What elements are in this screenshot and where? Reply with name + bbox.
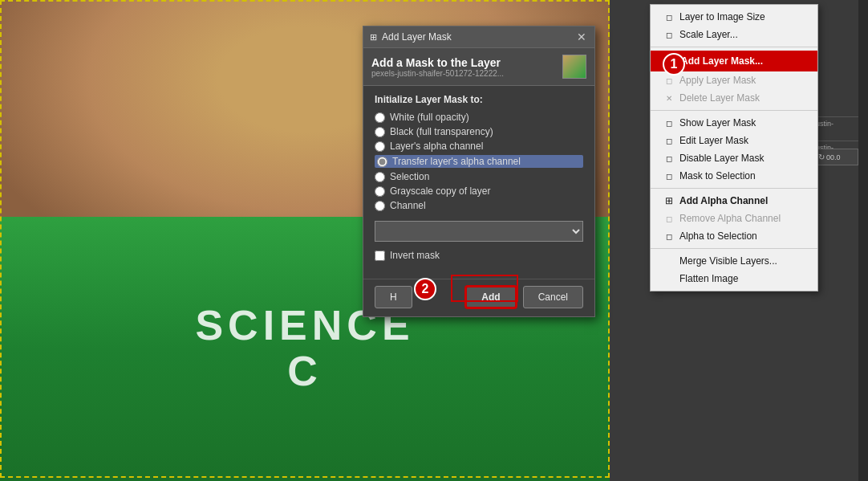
dialog-header-title: Add a Mask to the Layer (371, 56, 504, 69)
menu-item-edit-layer-mask[interactable]: ◻ Edit Layer Mask (651, 132, 817, 149)
menu-item-mask-to-selection[interactable]: ◻ Mask to Selection (651, 167, 817, 185)
menu-item-remove-alpha-channel[interactable]: ◻ Remove Alpha Channel (651, 210, 817, 227)
context-menu: ◻ Layer to Image Size ◻ Scale Layer... ◻… (650, 4, 818, 291)
edit-layer-mask-icon: ◻ (663, 135, 675, 146)
merge-visible-icon (663, 255, 675, 267)
menu-label-flatten-image: Flatten Image (679, 273, 738, 284)
dialog-titlebar: ⊞ Add Layer Mask ✕ (363, 26, 594, 48)
radio-selection[interactable]: Selection (375, 171, 583, 182)
radio-grayscale-input[interactable] (375, 186, 385, 197)
radio-black-input[interactable] (375, 127, 385, 137)
radio-selection-input[interactable] (375, 172, 385, 182)
separator-4 (651, 248, 817, 249)
invert-row: Invert mask (375, 250, 583, 261)
remove-alpha-channel-icon: ◻ (663, 213, 675, 224)
invert-mask-checkbox[interactable] (375, 251, 385, 261)
show-layer-mask-icon: ◻ (663, 117, 675, 128)
dialog-header: Add a Mask to the Layer pexels-justin-sh… (363, 48, 594, 86)
scrollbar[interactable] (858, 0, 868, 481)
help-button[interactable]: H (375, 286, 412, 308)
radio-channel[interactable]: Channel (375, 200, 583, 211)
badge-1-label: 1 (671, 57, 678, 71)
add-button[interactable]: Add (465, 286, 516, 308)
menu-label-merge-visible: Merge Visible Layers... (679, 255, 777, 267)
rotate-control: ↻ 00.0 (814, 149, 858, 165)
menu-label-disable-layer-mask: Disable Layer Mask (679, 153, 764, 164)
dialog-header-info: Add a Mask to the Layer pexels-justin-sh… (371, 56, 504, 78)
invert-mask-label: Invert mask (390, 250, 440, 261)
help-button-label: H (390, 291, 397, 303)
dialog-title-area: ⊞ Add Layer Mask (370, 31, 452, 43)
menu-label-scale-layer: Scale Layer... (679, 29, 738, 40)
menu-label-delete-layer-mask: Delete Layer Mask (679, 92, 760, 104)
layer-to-image-size-icon: ◻ (663, 11, 675, 22)
radio-alpha-channel-input[interactable] (375, 141, 385, 152)
radio-black[interactable]: Black (full transparency) (375, 126, 583, 137)
radio-channel-label: Channel (390, 200, 426, 211)
radio-transfer-alpha-label: Transfer layer's alpha channel (392, 156, 521, 167)
radio-transfer-alpha-input[interactable] (377, 157, 387, 167)
alpha-to-selection-icon: ◻ (663, 230, 675, 242)
menu-label-mask-to-selection: Mask to Selection (679, 170, 756, 181)
badge-2-label: 2 (422, 282, 429, 296)
radio-transfer-alpha[interactable]: Transfer layer's alpha channel (375, 155, 583, 168)
menu-label-show-layer-mask: Show Layer Mask (679, 117, 756, 128)
menu-label-remove-alpha-channel: Remove Alpha Channel (679, 213, 781, 224)
radio-alpha-channel-label: Layer's alpha channel (390, 141, 483, 152)
dialog-section-label: Initialize Layer Mask to: (375, 94, 583, 105)
add-alpha-channel-icon: ⊞ (663, 195, 675, 206)
radio-selection-label: Selection (390, 171, 429, 182)
menu-item-merge-visible[interactable]: Merge Visible Layers... (651, 252, 817, 270)
dialog-footer: H Add Cancel (363, 279, 594, 316)
badge-1: 1 (663, 53, 685, 75)
radio-white[interactable]: White (full opacity) (375, 112, 583, 123)
menu-label-alpha-to-selection: Alpha to Selection (679, 230, 757, 242)
apply-layer-mask-icon: ◻ (663, 75, 675, 86)
radio-white-input[interactable] (375, 112, 385, 123)
radio-black-label: Black (full transparency) (390, 126, 493, 137)
dialog-title-text: Add Layer Mask (382, 31, 452, 43)
disable-layer-mask-icon: ◻ (663, 153, 675, 164)
radio-grayscale-label: Grayscale copy of layer (390, 185, 490, 197)
menu-item-scale-layer[interactable]: ◻ Scale Layer... (651, 26, 817, 43)
flatten-image-icon (663, 273, 675, 284)
menu-label-apply-layer-mask: Apply Layer Mask (679, 75, 756, 86)
menu-item-flatten-image[interactable]: Flatten Image (651, 270, 817, 287)
menu-item-layer-to-image-size[interactable]: ◻ Layer to Image Size (651, 8, 817, 26)
rotate-icon: ↻ (818, 153, 825, 161)
menu-item-delete-layer-mask[interactable]: ✕ Delete Layer Mask (651, 89, 817, 107)
dialog-close-button[interactable]: ✕ (575, 31, 588, 43)
scale-layer-icon: ◻ (663, 29, 675, 40)
dialog-layer-thumbnail (562, 55, 586, 79)
cancel-button[interactable]: Cancel (523, 286, 583, 308)
separator-1 (651, 47, 817, 47)
mask-to-selection-icon: ◻ (663, 170, 675, 181)
menu-label-add-alpha-channel: Add Alpha Channel (679, 195, 768, 206)
radio-channel-input[interactable] (375, 201, 385, 211)
add-button-label: Add (481, 291, 500, 303)
dialog-title-icon: ⊞ (370, 32, 377, 43)
separator-2 (651, 110, 817, 111)
separator-3 (651, 188, 817, 189)
radio-alpha-channel[interactable]: Layer's alpha channel (375, 141, 583, 152)
menu-item-disable-layer-mask[interactable]: ◻ Disable Layer Mask (651, 149, 817, 167)
menu-item-add-alpha-channel[interactable]: ⊞ Add Alpha Channel (651, 192, 817, 210)
badge-2: 2 (414, 278, 436, 300)
add-layer-mask-dialog: ⊞ Add Layer Mask ✕ Add a Mask to the Lay… (363, 26, 595, 317)
delete-layer-mask-icon: ✕ (663, 92, 675, 104)
menu-item-alpha-to-selection[interactable]: ◻ Alpha to Selection (651, 227, 817, 245)
dialog-body: Initialize Layer Mask to: White (full op… (363, 86, 594, 279)
menu-label-add-layer-mask: Add Layer Mask... (681, 55, 763, 67)
menu-label-edit-layer-mask: Edit Layer Mask (679, 135, 748, 146)
menu-item-show-layer-mask[interactable]: ◻ Show Layer Mask (651, 114, 817, 132)
radio-white-label: White (full opacity) (390, 112, 469, 123)
radio-grayscale[interactable]: Grayscale copy of layer (375, 185, 583, 197)
menu-label-layer-to-image-size: Layer to Image Size (679, 11, 765, 22)
dialog-header-subtitle: pexels-justin-shaifer-501272-12222... (371, 69, 504, 78)
angle-value: 00.0 (826, 153, 841, 161)
cancel-button-label: Cancel (538, 291, 568, 303)
channel-dropdown[interactable] (375, 221, 583, 242)
radio-group-init: White (full opacity) Black (full transpa… (375, 112, 583, 211)
